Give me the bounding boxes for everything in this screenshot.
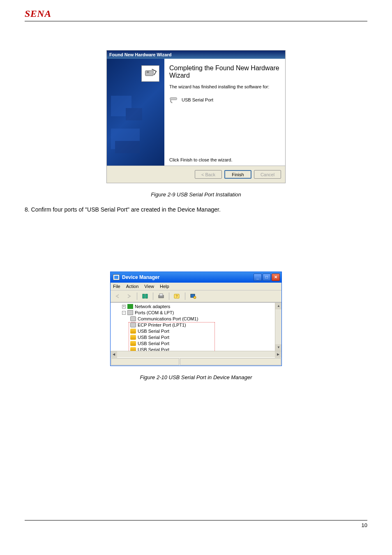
svg-rect-7 (143, 294, 145, 298)
wizard-heading: Completing the Found New Hardware Wizard (169, 64, 280, 79)
svg-rect-4 (126, 108, 142, 120)
toolbar-help-icon[interactable]: ? (173, 292, 182, 300)
com-port-icon (130, 316, 136, 321)
toolbar-print-icon[interactable] (157, 292, 166, 300)
wizard-body-text: The wizard has finished installing the s… (169, 84, 280, 89)
toolbar-back-icon[interactable] (113, 292, 122, 300)
tree-item-network-adapters[interactable]: Network adapters (135, 304, 170, 309)
tree-item-com1[interactable]: Communications Port (COM1) (138, 316, 198, 321)
serial-port-icon (169, 96, 178, 104)
devmgr-title-text: Device Manager (122, 274, 159, 280)
scroll-down-icon[interactable]: ▼ (275, 344, 281, 351)
menu-help[interactable]: Help (160, 284, 169, 289)
device-tree[interactable]: + Network adapters - Ports (COM & LPT) C… (111, 302, 281, 351)
usb-port-icon (130, 329, 136, 334)
cancel-button[interactable]: Cancel (254, 170, 281, 179)
tree-item-usb3[interactable]: USB Serial Port (138, 341, 169, 346)
tree-item-ports[interactable]: Ports (COM & LPT) (135, 310, 174, 315)
devmgr-toolbar: ? (111, 290, 281, 302)
tree-item-usb2[interactable]: USB Serial Port (138, 335, 169, 340)
toolbar-properties-icon[interactable] (141, 292, 150, 300)
device-manager-window: Device Manager _ □ ✕ File Action View He… (110, 272, 282, 366)
wizard-titlebar: Found New Hardware Wizard (107, 51, 285, 59)
menu-action[interactable]: Action (126, 284, 139, 289)
devmgr-menubar: File Action View Help (111, 283, 281, 290)
expand-icon[interactable]: + (122, 305, 126, 309)
svg-text:?: ? (175, 294, 178, 298)
tree-item-usb4[interactable]: USB Serial Port (138, 347, 169, 351)
menu-view[interactable]: View (144, 284, 154, 289)
page-number: 10 (25, 520, 367, 528)
back-button[interactable]: < Back (195, 170, 222, 179)
wizard-dialog: Found New Hardware Wizard (106, 50, 286, 183)
horizontal-scrollbar[interactable]: ◀ ▶ (111, 351, 281, 357)
svg-point-14 (194, 296, 196, 299)
wizard-sidebar-graphic (107, 59, 164, 166)
wizard-button-row: < Back Finish Cancel (107, 166, 285, 183)
scroll-right-icon[interactable]: ▶ (275, 351, 281, 358)
vertical-scrollbar[interactable]: ▲ ▼ (275, 303, 281, 351)
devmgr-titlebar: Device Manager _ □ ✕ (111, 272, 281, 283)
ports-category-icon (127, 310, 133, 315)
svg-rect-6 (170, 98, 177, 100)
figure-caption-1: Figure 2-9 USB Serial Port Installation (25, 191, 367, 198)
network-adapters-icon (127, 304, 133, 309)
brand-logo: SENA (25, 8, 367, 19)
lpt-port-icon (130, 322, 136, 327)
svg-rect-8 (145, 294, 148, 298)
usb-port-icon (130, 341, 136, 346)
toolbar-forward-icon[interactable] (125, 292, 134, 300)
step-8-text: 8. Confirm four ports of "USB Serial Por… (25, 206, 367, 214)
tree-item-lpt1[interactable]: ECP Printer Port (LPT1) (138, 322, 186, 327)
devmgr-statusbar (111, 357, 281, 366)
finish-button[interactable]: Finish (224, 170, 251, 179)
figure-caption-2: Figure 2-10 USB Serial Port in Device Ma… (25, 374, 367, 380)
collapse-icon[interactable]: - (122, 311, 126, 315)
minimize-button[interactable]: _ (254, 274, 262, 281)
usb-port-icon (130, 347, 136, 351)
close-window-button[interactable]: ✕ (272, 274, 280, 281)
wizard-close-instruction: Click Finish to close the wizard. (169, 124, 280, 162)
toolbar-scan-icon[interactable] (189, 292, 198, 300)
usb-port-icon (130, 335, 136, 340)
tree-item-usb1[interactable]: USB Serial Port (138, 329, 169, 334)
maximize-button[interactable]: □ (263, 274, 271, 281)
scroll-left-icon[interactable]: ◀ (111, 351, 117, 358)
devmgr-app-icon (113, 274, 120, 280)
scroll-up-icon[interactable]: ▲ (275, 303, 281, 309)
menu-file[interactable]: File (113, 284, 120, 289)
svg-rect-10 (159, 294, 163, 296)
svg-rect-5 (115, 141, 140, 153)
device-name: USB Serial Port (182, 97, 213, 102)
